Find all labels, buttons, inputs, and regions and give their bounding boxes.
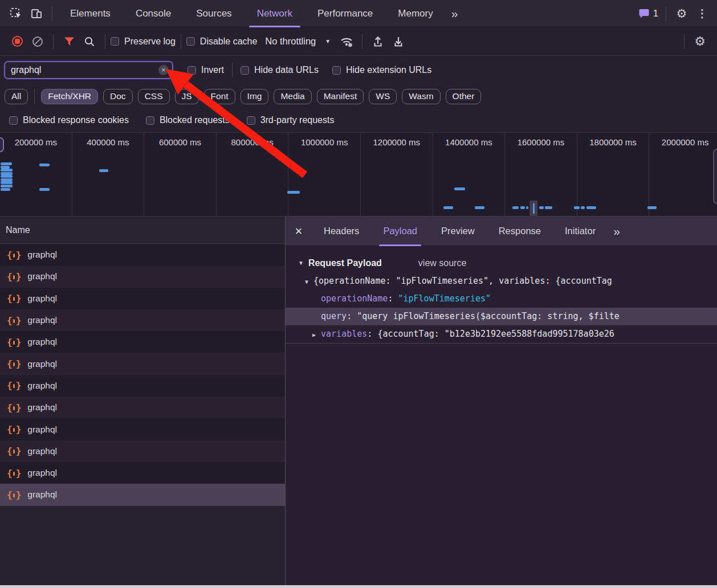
- json-string-value: "ipFlowTimeseries": [398, 293, 491, 304]
- details-tab[interactable]: Initiator: [553, 217, 608, 246]
- divider: [666, 6, 666, 21]
- overview-column: 2000000 ms: [649, 133, 717, 216]
- network-settings-button[interactable]: ⚙: [690, 32, 710, 51]
- query-line[interactable]: query: "query ipFlowTimeseries($accountT…: [286, 308, 717, 325]
- waterfall-bar: [99, 169, 108, 172]
- type-chip[interactable]: JS: [175, 89, 199, 104]
- payload-root-line[interactable]: ▼{operationName: "ipFlowTimeseries", var…: [286, 272, 717, 290]
- details-tab[interactable]: Headers: [312, 217, 371, 246]
- table-row[interactable]: {} graphql: [0, 484, 285, 505]
- import-har-button[interactable]: [368, 32, 388, 51]
- checkbox-icon: [247, 116, 255, 125]
- checkbox-icon: [241, 66, 249, 75]
- table-row[interactable]: {} graphql: [0, 331, 285, 353]
- clear-filter-button[interactable]: ×: [158, 65, 169, 75]
- type-chip[interactable]: Doc: [103, 89, 133, 104]
- waterfall-bar: [1, 175, 13, 178]
- main-tab[interactable]: Network: [245, 0, 305, 27]
- hide-data-urls-checkbox[interactable]: Hide data URLs: [241, 65, 319, 75]
- main-tab[interactable]: Sources: [184, 0, 244, 27]
- device-toolbar-button[interactable]: [26, 4, 47, 23]
- divider: [105, 34, 105, 49]
- main-tab[interactable]: Memory: [385, 0, 445, 27]
- network-overview[interactable]: 200000 ms 400000 ms 600000 ms 800000 ms …: [0, 132, 717, 217]
- export-har-button[interactable]: [388, 32, 409, 51]
- table-row[interactable]: {} graphql: [0, 266, 285, 287]
- request-name: graphql: [27, 293, 57, 304]
- overview-right-handle[interactable]: [713, 149, 717, 204]
- hide-extension-urls-checkbox[interactable]: Hide extension URLs: [332, 65, 431, 75]
- main-tab[interactable]: Performance: [305, 0, 385, 27]
- more-tabs-button[interactable]: »: [446, 4, 463, 23]
- table-row[interactable]: {} graphql: [0, 375, 285, 397]
- divider: [684, 34, 685, 49]
- type-chip[interactable]: Wasm: [402, 89, 440, 104]
- funnel-icon: [64, 36, 75, 46]
- fetch-xhr-icon: {}: [7, 424, 21, 435]
- type-chips: Fetch/XHR Doc CSS JS Font Img Media Mani…: [41, 89, 481, 104]
- fetch-xhr-icon: {}: [7, 489, 21, 500]
- settings-button[interactable]: ⚙: [671, 4, 692, 23]
- inspect-element-button[interactable]: [6, 4, 26, 23]
- network-conditions-button[interactable]: [336, 32, 357, 51]
- request-details-pane: × Headers Payload Preview Response Initi…: [286, 217, 717, 585]
- invert-checkbox[interactable]: Invert: [188, 65, 224, 75]
- table-row[interactable]: {} graphql: [0, 418, 285, 440]
- filter-toggle-button[interactable]: [59, 32, 79, 51]
- payload-tree: ▼{operationName: "ipFlowTimeseries", var…: [286, 272, 717, 344]
- type-chip[interactable]: Font: [204, 89, 235, 104]
- fetch-xhr-icon: {}: [7, 315, 21, 326]
- type-chip[interactable]: Img: [241, 89, 269, 104]
- network-toolbar: Preserve log Disable cache No throttling…: [0, 27, 717, 56]
- close-icon: ×: [161, 66, 165, 74]
- search-button[interactable]: [79, 32, 100, 51]
- overview-left-handle[interactable]: [0, 137, 4, 152]
- filter-bar: graphql × Invert Hide data URLs Hide ext…: [0, 56, 717, 84]
- table-row[interactable]: {} graphql: [0, 244, 285, 266]
- overview-column: 400000 ms: [72, 133, 145, 216]
- request-name: graphql: [27, 315, 57, 325]
- filter-input[interactable]: graphql ×: [5, 62, 173, 79]
- details-tab[interactable]: Response: [487, 217, 553, 246]
- overview-column: 1200000 ms: [361, 133, 433, 216]
- view-source-link[interactable]: view source: [418, 258, 466, 268]
- type-chip[interactable]: WS: [369, 89, 397, 104]
- type-chip[interactable]: Other: [446, 89, 482, 104]
- main-tab[interactable]: Elements: [58, 0, 123, 27]
- filter-checkbox[interactable]: Blocked response cookies: [9, 115, 129, 125]
- name-column-header[interactable]: Name: [0, 217, 285, 244]
- request-name: graphql: [27, 468, 57, 478]
- operation-name-line[interactable]: operationName: "ipFlowTimeseries": [286, 290, 717, 308]
- table-row[interactable]: {} graphql: [0, 309, 285, 331]
- table-row[interactable]: {} graphql: [0, 440, 285, 462]
- variables-line[interactable]: ▶variables: {accountTag: "b12e3b2192ee55…: [286, 325, 717, 343]
- throttling-select[interactable]: No throttling ▼: [265, 36, 331, 47]
- table-row[interactable]: {} graphql: [0, 353, 285, 374]
- close-details-button[interactable]: ×: [286, 223, 312, 239]
- type-chip[interactable]: CSS: [138, 89, 170, 104]
- main-tab[interactable]: Console: [123, 0, 184, 27]
- table-row[interactable]: {} graphql: [0, 397, 285, 418]
- table-row[interactable]: {} graphql: [0, 288, 285, 309]
- type-chip[interactable]: Fetch/XHR: [41, 89, 98, 104]
- preserve-log-checkbox[interactable]: Preserve log: [111, 36, 176, 47]
- waterfall-bar: [647, 206, 657, 209]
- clear-button[interactable]: [27, 32, 48, 51]
- details-tab[interactable]: Payload: [371, 217, 429, 246]
- filter-checkbox[interactable]: Blocked requests: [146, 115, 230, 125]
- request-payload-section[interactable]: ▼ Request Payload view source: [286, 254, 717, 272]
- filter-checkbox[interactable]: 3rd-party requests: [247, 115, 335, 125]
- disable-cache-checkbox[interactable]: Disable cache: [186, 36, 258, 47]
- details-tab[interactable]: Preview: [429, 217, 487, 246]
- more-details-tabs-button[interactable]: »: [608, 224, 625, 238]
- issues-button[interactable]: [639, 4, 650, 23]
- type-chip-all[interactable]: All: [5, 89, 28, 104]
- table-row[interactable]: {} graphql: [0, 462, 285, 484]
- type-chip[interactable]: Media: [274, 89, 311, 104]
- fetch-xhr-icon: {}: [7, 293, 21, 304]
- record-button[interactable]: [7, 32, 27, 51]
- gear-icon: ⚙: [694, 34, 706, 49]
- overview-grid: 200000 ms 400000 ms 600000 ms 800000 ms …: [0, 133, 717, 216]
- menu-button[interactable]: ⋮: [692, 4, 712, 23]
- type-chip[interactable]: Manifest: [317, 89, 364, 104]
